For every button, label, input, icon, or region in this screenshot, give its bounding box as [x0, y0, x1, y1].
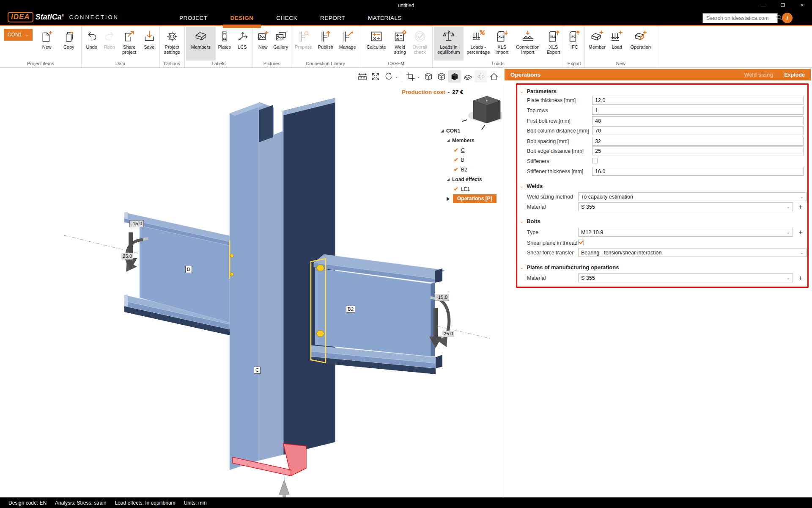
shaded-view-icon[interactable] — [448, 70, 461, 83]
bolt-type-select[interactable]: M12 10.9⌄ — [578, 228, 793, 237]
ribbon-button-weld-sizing[interactable]: Weld sizing — [391, 27, 409, 61]
info-icon[interactable]: i — [782, 13, 793, 23]
section-welds[interactable]: ⌄ Welds — [520, 182, 543, 190]
panel-title: Operations — [510, 72, 733, 78]
ribbon-button-xls-export[interactable]: XLS XLS Export — [545, 27, 562, 61]
wireframe-view-icon[interactable] — [422, 70, 434, 83]
bolt-spacing-input[interactable] — [592, 137, 804, 146]
add-material-button[interactable]: + — [796, 202, 805, 211]
ribbon-button-connection-import[interactable]: Connection Import — [511, 27, 545, 61]
section-crop-icon[interactable] — [405, 70, 417, 83]
shear-force-transfer-select[interactable]: Bearing - tension/shear interaction⌄ — [578, 248, 807, 257]
add-plates-material-button[interactable]: + — [796, 273, 805, 282]
weld-material-select[interactable]: S 355⌄ — [578, 202, 793, 211]
hidden-line-view-icon[interactable] — [435, 70, 447, 83]
tree-item-le1[interactable]: ✔ LE1 — [440, 184, 502, 194]
tab-design[interactable]: DESIGN — [229, 11, 255, 25]
stiffeners-checkbox-unchecked[interactable] — [592, 158, 598, 163]
bolt-edge-distance-input[interactable] — [592, 146, 804, 155]
ribbon-button-manage[interactable]: Manage — [337, 27, 359, 61]
stiffener-thickness-input[interactable] — [592, 167, 804, 176]
tree-item-con1[interactable]: CON1 — [440, 126, 502, 135]
ribbon-button-undo[interactable]: Undo — [83, 27, 101, 61]
checkbox-checked-icon[interactable]: ✔ — [454, 186, 458, 192]
ribbon-button-plates[interactable]: Plates — [216, 27, 233, 61]
tab-materials[interactable]: MATERIALS — [366, 11, 403, 25]
ribbon-button-xls-import[interactable]: XLS XLS Import — [493, 27, 511, 61]
status-analysis: Analysis: Stress, strain — [55, 500, 106, 506]
plates-material-select[interactable]: S 355⌄ — [578, 273, 793, 282]
tab-check[interactable]: CHECK — [274, 11, 299, 25]
con1-dropdown[interactable]: CON1⌄ — [4, 29, 33, 41]
ribbon-button-publish[interactable]: Publish — [315, 27, 337, 61]
weld-sizing-method-select[interactable]: To capacity estimation⌄ — [578, 192, 807, 201]
tree-item-members[interactable]: Members — [440, 135, 502, 145]
weld-sizing-button[interactable]: Weld sizing — [744, 72, 774, 78]
ribbon-button-members[interactable]: Members — [186, 27, 216, 61]
load-plus-icon — [611, 28, 623, 44]
shear-plane-checkbox-checked[interactable] — [578, 240, 584, 245]
section-parameters[interactable]: ⌄ Parameters — [520, 87, 557, 95]
expander-icon[interactable] — [446, 177, 450, 182]
bolt-column-distance-input[interactable] — [592, 126, 804, 135]
beam-b2-geometry — [311, 254, 445, 374]
checkbox-checked-icon[interactable]: ✔ — [454, 157, 458, 163]
main-menu: PROJECT DESIGN CHECK REPORT MATERIALS — [178, 11, 403, 25]
home-view-icon[interactable] — [488, 70, 500, 83]
ribbon-button-copy[interactable]: Copy — [58, 27, 80, 61]
member-label-b2: B2 — [346, 306, 355, 313]
close-icon[interactable]: ✕ — [793, 0, 812, 11]
tree-item-member-b[interactable]: ✔ B — [440, 155, 502, 165]
tab-report[interactable]: REPORT — [318, 11, 347, 25]
ribbon-button-loads-percentage[interactable]: Loads - percentage — [464, 27, 493, 61]
ribbon-button-loads-in-equilibrium[interactable]: Loads in equilibrium — [434, 27, 464, 61]
ribbon-button-project-settings[interactable]: Project settings — [161, 27, 183, 61]
ribbon-button-calculate[interactable]: Calculate — [362, 27, 391, 61]
load-value-label: -15.0 — [435, 294, 449, 301]
section-bolts[interactable]: ⌄ Bolts — [520, 217, 540, 225]
tab-project[interactable]: PROJECT — [178, 11, 209, 25]
explode-button[interactable]: Explode — [784, 72, 805, 78]
top-rows-input[interactable] — [592, 106, 804, 115]
ribbon-button-share-project[interactable]: Share project — [118, 27, 140, 61]
ribbon-button-new-member[interactable]: Member — [586, 27, 608, 61]
share-project-icon — [123, 28, 135, 44]
expander-icon[interactable] — [446, 138, 450, 143]
tree-item-operations[interactable]: Operations [P] — [440, 194, 502, 204]
ribbon-button-ifc[interactable]: IFC IFC — [565, 27, 583, 61]
ribbon-button-new-picture[interactable]: New — [254, 27, 272, 61]
tree-item-load-effects[interactable]: Load effects — [440, 174, 502, 184]
ifc-export-icon: IFC — [568, 28, 581, 44]
chevron-down-icon[interactable]: ⌄ — [395, 74, 398, 79]
ribbon-button-new-project[interactable]: New — [36, 27, 58, 61]
ribbon-button-lcs[interactable]: LCS — [233, 27, 251, 61]
ribbon-button-new-load[interactable]: Load — [608, 27, 626, 61]
expander-icon[interactable] — [440, 129, 444, 133]
expander-icon[interactable] — [446, 197, 450, 201]
viewport-3d[interactable]: ⌄ ⌄ — [0, 68, 502, 497]
mirror-view-icon — [475, 70, 487, 83]
add-bolt-type-button[interactable]: + — [796, 228, 805, 237]
tree-item-member-c[interactable]: ✔ C — [440, 145, 502, 155]
checkbox-checked-icon[interactable]: ✔ — [454, 147, 458, 153]
tree-item-member-b2[interactable]: ✔ B2 — [440, 165, 502, 174]
fit-view-icon[interactable] — [369, 70, 381, 83]
ribbon-button-gallery[interactable]: Gallery — [272, 27, 290, 61]
gear-icon — [166, 28, 178, 44]
first-bolt-row-input[interactable] — [592, 116, 804, 125]
clip-view-icon[interactable] — [461, 70, 474, 83]
measure-icon[interactable] — [356, 70, 368, 83]
chevron-down-icon[interactable]: ⌄ — [417, 74, 420, 79]
rotate-view-icon[interactable] — [382, 70, 395, 83]
ribbon-button-new-operation[interactable]: Operation — [626, 27, 656, 61]
search-icon[interactable] — [776, 14, 782, 22]
search-input[interactable] — [703, 15, 776, 21]
section-plates-of-manufacturing[interactable]: ⌄ Plates of manufacturing operations — [520, 263, 619, 271]
checkbox-checked-icon[interactable]: ✔ — [454, 166, 458, 173]
minimize-icon[interactable]: — — [754, 0, 773, 11]
support-cone-icon — [279, 480, 289, 494]
maximize-icon[interactable]: ❐ — [773, 0, 793, 11]
ribbon-button-save[interactable]: Save — [140, 27, 158, 61]
field-label: Top rows — [527, 108, 548, 113]
plate-thickness-input[interactable] — [592, 96, 804, 105]
